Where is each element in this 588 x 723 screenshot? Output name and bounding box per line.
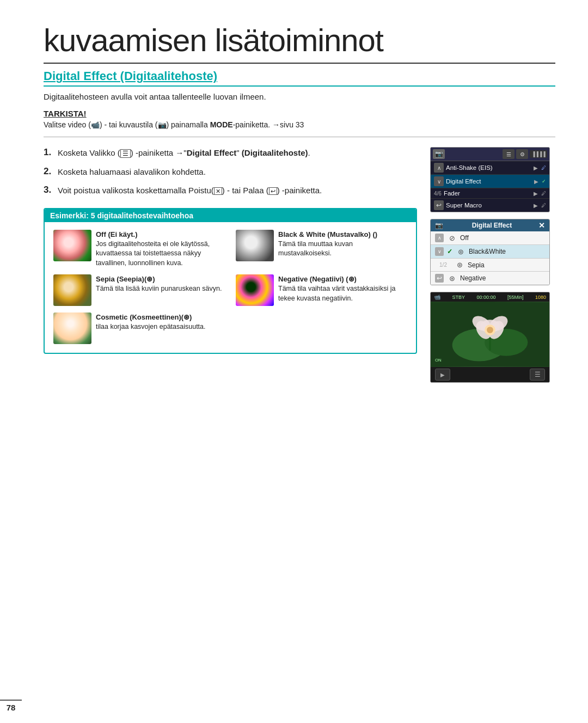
cam-label-super-macro: Super Macro — [446, 202, 531, 209]
page-title: kuvaamisen lisätoiminnot — [44, 22, 555, 64]
cam-preview-footer: ▶ ☰ — [431, 367, 549, 382]
camera-preview: 📹 STBY 00:00:00 [55Min] 1080 — [430, 292, 550, 383]
effect-negative: Negative (Negatiivi) (⊛) Tämä tila vaiht… — [236, 274, 407, 306]
example-box: Esimerkki: 5 digitaalitehostevaihtoehoa … — [44, 208, 417, 354]
right-panels: 📷 ☰ ⚙ ▐▐▐▐ ∧ Anti-Shake (EIS) ▶ 🖊 ∨ Digi… — [430, 147, 555, 383]
de-panel-header: 📷 Digital Effect ✕ — [431, 219, 549, 231]
cam-label-fader: Fader — [444, 190, 531, 197]
effect-text-off: Off (Ei käyt.) Jos digitaalitehosteita e… — [96, 230, 225, 268]
cam-preview-status: STBY — [452, 295, 465, 300]
effect-thumb-off — [53, 230, 91, 261]
effect-text-sepia: Sepia (Seepia)(⊛) Tämä tila lisää kuviin… — [96, 274, 222, 294]
effect-thumb-sepia — [53, 274, 91, 306]
cam-icon-anti-shake: 🖊 — [541, 165, 546, 170]
de-nav-down[interactable]: ∨ — [435, 247, 444, 256]
cam-label-digital-effect: Digital Effect — [446, 178, 532, 185]
digital-effect-panel: 📷 Digital Effect ✕ ∧ ⊘ Off ∨ ✓ ⊛ Black&W… — [430, 219, 550, 285]
cam-play-button[interactable]: ▶ — [435, 369, 450, 381]
de-row-back: ↩ ⊛ Negative — [431, 272, 549, 285]
cam-icon-super-macro: 🖊 — [541, 203, 546, 208]
steps-container: 1. Kosketa Valikko (☰) -painiketta →"Dig… — [44, 147, 417, 197]
de-page-num: 1/2 — [435, 262, 451, 268]
step-2: 2. Kosketa haluamaasi alavalikon kohdett… — [44, 166, 417, 179]
effect-desc-bw: Tämä tila muuttaa kuvan mustavalkoiseksi… — [278, 240, 407, 259]
de-row-bw: ∨ ✓ ⊛ Black&White — [431, 245, 549, 259]
example-title: Esimerkki: 5 digitaalitehostevaihtoehoa — [45, 209, 416, 222]
step-3-text: Voit poistua valikosta koskettamalla Poi… — [58, 185, 322, 197]
de-header-icon: 📷 — [435, 222, 443, 229]
de-nav-back[interactable]: ↩ — [435, 274, 444, 283]
de-nav-row: ∧ ⊘ Off — [431, 231, 549, 245]
cam-header-1: 📷 ☰ ⚙ ▐▐▐▐ — [431, 148, 549, 161]
step-1-text: Kosketa Valikko (☰) -painiketta →"Digita… — [58, 147, 310, 160]
cam-preview-quality: 1080 — [535, 295, 546, 300]
svg-point-10 — [487, 327, 493, 333]
cam-icon-menu: ☰ — [503, 149, 514, 159]
de-header-title: Digital Effect — [472, 222, 512, 229]
effect-name-bw: Black & White (Mustavalko) () — [278, 230, 407, 240]
cam-arrow-digital-effect: ▶ — [534, 179, 538, 185]
de-icon-sepia: ⊛ — [455, 261, 464, 269]
de-nav-up[interactable]: ∧ — [435, 234, 444, 242]
cam-row-digital-effect: ∨ Digital Effect ▶ ✓ — [431, 175, 549, 188]
de-label-negative: Negative — [460, 274, 545, 282]
cam-row-nav-up: ∧ Anti-Shake (EIS) ▶ 🖊 — [431, 161, 549, 175]
step-3: 3. Voit poistua valikosta koskettamalla … — [44, 185, 417, 197]
effect-name-sepia: Sepia (Seepia)(⊛) — [96, 274, 222, 284]
cam-nav-back-icon[interactable]: ↩ — [434, 200, 444, 210]
effect-desc-sepia: Tämä tila lisää kuviin punaruskean sävyn… — [96, 284, 222, 294]
cam-row-fader: 4/6 Fader ▶ 🖊 — [431, 188, 549, 199]
step-1-number: 1. — [44, 147, 58, 158]
cam-nav-down-icon[interactable]: ∨ — [434, 176, 444, 186]
svg-text:ON: ON — [435, 358, 442, 363]
step-1: 1. Kosketa Valikko (☰) -painiketta →"Dig… — [44, 147, 417, 160]
cam-battery: ▐▐▐▐ — [530, 150, 547, 158]
effect-name-off: Off (Ei käyt.) — [96, 230, 225, 240]
effect-name-cosmetic: Cosmetic (Kosmeettinen)(⊛) — [96, 313, 206, 322]
cam-preview-svg: ON — [431, 302, 549, 367]
effect-thumb-negative — [236, 274, 274, 306]
step-2-text: Kosketa haluamaasi alavalikon kohdetta. — [58, 166, 206, 179]
effect-sepia: Sepia (Seepia)(⊛) Tämä tila lisää kuviin… — [53, 274, 225, 306]
cam-menu-button[interactable]: ☰ — [530, 369, 545, 381]
cam-preview-icon: 📹 — [434, 294, 440, 300]
de-icon-negative: ⊛ — [447, 274, 457, 283]
cam-check-icon: ✓ — [542, 179, 546, 184]
effect-thumb-cosmetic — [53, 313, 91, 344]
effect-desc-off: Jos digitaalitehosteita ei ole käytössä,… — [96, 240, 225, 268]
cam-preview-time: 00:00:00 — [476, 295, 495, 300]
cam-row-back: ↩ Super Macro ▶ 🖊 — [431, 199, 549, 212]
cam-nav-up-icon[interactable]: ∧ — [434, 163, 444, 173]
cam-icon-fader: 🖊 — [541, 191, 546, 196]
effect-text-negative: Negative (Negatiivi) (⊛) Tämä tila vaiht… — [278, 274, 407, 303]
step-3-number: 3. — [44, 185, 58, 195]
de-check-bw: ✓ — [447, 248, 452, 255]
intro-text: Digitaalitehosteen avulla voit antaa tal… — [44, 92, 555, 101]
camera-menu-panel-1: 📷 ☰ ⚙ ▐▐▐▐ ∧ Anti-Shake (EIS) ▶ 🖊 ∨ Digi… — [430, 147, 550, 212]
cam-arrow-fader: ▶ — [534, 191, 538, 197]
effect-text-bw: Black & White (Mustavalko) () Tämä tila … — [278, 230, 407, 259]
effect-text-cosmetic: Cosmetic (Kosmeettinen)(⊛) tilaa korjaa … — [96, 313, 206, 332]
cam-arrow-super-macro: ▶ — [534, 203, 538, 209]
de-close-button[interactable]: ✕ — [538, 221, 545, 230]
step-2-number: 2. — [44, 166, 58, 177]
effect-bw: Black & White (Mustavalko) () Tämä tila … — [236, 230, 407, 268]
tarkista-label: TARKISTA! — [44, 109, 555, 118]
cam-preview-image: ON — [431, 302, 549, 367]
cam-label-anti-shake: Anti-Shake (EIS) — [446, 164, 531, 171]
de-icon-off: ⊘ — [447, 234, 457, 242]
effect-off: Off (Ei käyt.) Jos digitaalitehosteita e… — [53, 230, 225, 268]
cam-preview-header: 📹 STBY 00:00:00 [55Min] 1080 — [431, 292, 549, 302]
effect-cosmetic: Cosmetic (Kosmeettinen)(⊛) tilaa korjaa … — [53, 313, 225, 344]
tarkista-text: Valitse video (📹) - tai kuvaustila (📷) p… — [44, 120, 555, 137]
de-label-sepia: Sepia — [468, 261, 545, 269]
de-icon-bw: ⊛ — [456, 248, 465, 256]
effect-desc-cosmetic: tilaa korjaa kasvojen epätasaisuutta. — [96, 322, 206, 332]
de-row-sepia: 1/2 ⊛ Sepia — [431, 259, 549, 272]
cam-icon-settings: ⚙ — [516, 149, 528, 159]
de-label-bw: Black&White — [469, 248, 545, 255]
cam-preview-remaining: [55Min] — [507, 295, 524, 300]
effect-desc-negative: Tämä tila vaihtaa värit vastakkaisiksi j… — [278, 284, 407, 303]
effects-grid: Off (Ei käyt.) Jos digitaalitehosteita e… — [53, 230, 407, 345]
section-title: Digital Effect (Digitaalitehoste) — [44, 69, 555, 87]
